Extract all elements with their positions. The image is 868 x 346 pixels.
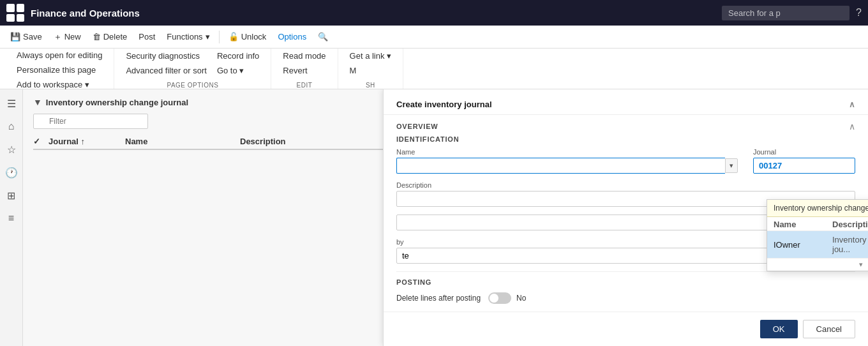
save-button[interactable]: 💾 Save [5,29,47,44]
ribbon-group-edit: Read mode Revert EDIT [271,49,338,89]
dropdown-row-0[interactable]: IOwner Inventory ownership change jou... [767,231,868,258]
journal-field: Journal [753,148,855,174]
posting-section: POSTING Delete lines after posting No [396,272,855,312]
toolbar-search-icon: 🔍 [318,32,328,41]
toggle-thumb [490,294,498,303]
sidebar-menu-icon[interactable]: ☰ [3,94,20,112]
options-button[interactable]: Options [273,29,311,44]
top-navigation: Finance and Operations ? [0,0,868,26]
list-area: ▼ Inventory ownership change journal 🔍 ✓… [23,89,393,158]
sidebar-workspaces-icon[interactable]: ⊞ [3,186,20,204]
sidebar-home-icon[interactable]: ⌂ [3,117,20,135]
name-input-wrap: ▾ [396,158,738,174]
col-journal-header[interactable]: Journal ↑ [49,137,125,146]
overview-chevron-icon: ∧ [849,121,855,132]
panel-header-chevron-icon: ∧ [849,100,855,109]
main-layout: ☰ ⌂ ☆ 🕐 ⊞ ≡ ▼ Inventory ownership change… [0,89,868,346]
new-button[interactable]: ＋ New [49,29,86,45]
overview-section-header[interactable]: Overview ∧ [396,115,855,135]
global-search-input[interactable] [722,6,849,20]
name-label: Name [396,148,738,156]
ribbon-revert[interactable]: Revert [279,64,329,77]
journal-label: Journal [753,148,855,156]
functions-chevron-icon: ▾ [206,32,210,41]
post-button[interactable]: Post [133,29,160,44]
col-name-header[interactable]: Name [125,137,240,146]
sidebar-modules-icon[interactable]: ≡ [3,209,20,227]
name-dropdown-button[interactable]: ▾ [725,158,738,173]
table-header: ✓ Journal ↑ Name Description [33,134,383,150]
name-input[interactable] [396,158,725,174]
journal-input[interactable] [753,158,855,174]
ribbon-page-options-label: PAGE OPTIONS [122,80,263,89]
toggle-label: No [516,294,526,303]
posting-row: Delete lines after posting No [396,292,855,304]
toggle-wrap: No [488,292,526,304]
sidebar-favorites-icon[interactable]: ☆ [3,140,20,158]
filter-wrap: 🔍 [33,114,148,129]
panel-title: Create inventory journal [396,100,492,109]
dp-col-desc-header: Description [832,220,868,229]
name-dropdown-popup: Inventory ownership change journal Name … [767,199,868,271]
dropdown-row-desc-0: Inventory ownership change jou... [832,235,868,254]
delete-icon: 🗑 [93,32,101,41]
app-icon [6,4,24,22]
ribbon-group-page-options: Security diagnostics Advanced filter or … [114,49,271,89]
ribbon-group-personalize: Always open for editing Personalize this… [5,49,114,89]
toolbar-separator [219,31,220,43]
filter-icon: ▼ [33,97,42,107]
dropdown-down-arrow-icon: ▾ [767,258,868,271]
ribbon-personalize-page[interactable]: Personalize this page [13,63,106,77]
main-content: ▼ Inventory ownership change journal 🔍 ✓… [23,89,868,346]
ribbon-read-mode[interactable]: Read mode [279,49,329,63]
ribbon: Always open for editing Personalize this… [0,49,868,89]
functions-button[interactable]: Functions ▾ [161,29,214,44]
overview-section-title: Overview [396,123,438,130]
ribbon-group-share: Get a link ▾ M SH [338,49,404,89]
filter-input[interactable] [33,114,148,129]
dp-col-name-header: Name [774,220,825,229]
ribbon-go-to[interactable]: Go to ▾ [213,64,263,77]
name-field: Name ▾ [396,148,738,174]
ribbon-share-label: SH [346,80,396,89]
filter-row: 🔍 [33,114,383,129]
create-journal-panel: Create inventory journal ∧ Overview ∧ ID… [383,89,868,346]
ribbon-advanced-filter[interactable]: Advanced filter or sort [122,64,210,77]
panel-header: Create inventory journal ∧ [384,89,868,115]
ribbon-get-link[interactable]: Get a link ▾ [346,49,396,63]
list-title: ▼ Inventory ownership change journal [33,97,383,107]
col-check-header: ✓ [33,137,49,146]
ribbon-record-info[interactable]: Record info [213,49,263,63]
ribbon-m[interactable]: M [346,64,396,77]
save-icon: 💾 [10,32,20,41]
unlock-button[interactable]: 🔓 Unlock [223,29,272,44]
delete-lines-toggle[interactable] [488,292,511,304]
ribbon-always-open-editing[interactable]: Always open for editing [13,49,106,62]
delete-button[interactable]: 🗑 Delete [87,29,133,44]
toolbar: 💾 Save ＋ New 🗑 Delete Post Functions ▾ 🔓… [0,26,868,49]
delete-lines-label: Delete lines after posting [396,294,481,303]
col-desc-header[interactable]: Description [240,137,383,146]
ribbon-security-diagnostics[interactable]: Security diagnostics [122,49,210,63]
description-label: Description [396,181,855,189]
identification-section-label: IDENTIFICATION [396,135,855,143]
unlock-icon: 🔓 [228,32,239,41]
help-icon[interactable]: ? [856,7,862,19]
left-sidebar: ☰ ⌂ ☆ 🕐 ⊞ ≡ [0,89,23,346]
sidebar-recent-icon[interactable]: 🕐 [3,163,20,181]
dropdown-row-name-0: IOwner [774,240,825,250]
toolbar-search-button[interactable]: 🔍 [313,29,333,44]
ribbon-edit-label: EDIT [279,80,329,89]
dropdown-tooltip: Inventory ownership change journal [767,200,868,217]
ok-button[interactable]: OK [760,320,798,338]
posting-title: POSTING [396,278,855,286]
new-icon: ＋ [54,31,62,43]
cancel-button[interactable]: Cancel [803,320,855,338]
app-name: Finance and Operations [31,8,715,19]
panel-footer: OK Cancel [384,312,868,346]
